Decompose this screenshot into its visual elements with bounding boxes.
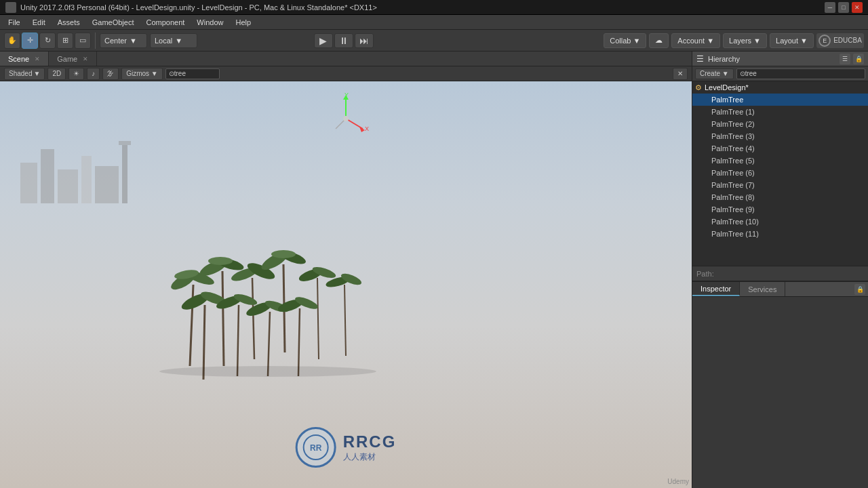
cloud-button[interactable]: ☁: [649, 33, 669, 48]
account-button[interactable]: Account ▼: [671, 33, 720, 48]
step-button[interactable]: ⏭: [355, 33, 374, 48]
svg-point-22: [208, 257, 233, 265]
hierarchy-toolbar: Create ▼: [692, 66, 868, 81]
hierarchy-icon: ☰: [696, 54, 704, 64]
svg-rect-9: [41, 149, 54, 203]
hierarchy-item-palmtree-4[interactable]: PalmTree (4): [692, 142, 868, 155]
svg-rect-11: [81, 156, 92, 203]
toolbar: ✋ ✛ ↻ ⊞ ▭ Center▼ Local▼ ▶ ⏸ ⏭ Collab ▼ …: [0, 30, 868, 52]
hierarchy-search-input[interactable]: [736, 68, 865, 79]
2d-button[interactable]: 2D: [47, 68, 66, 80]
unity-logo: [5, 2, 16, 13]
effects-button[interactable]: 🌫: [102, 68, 119, 80]
inspector-content: [692, 297, 868, 488]
svg-rect-13: [122, 142, 127, 203]
shaded-dropdown[interactable]: Shaded▼: [4, 68, 45, 80]
pivot-dropdown[interactable]: Center▼: [100, 33, 147, 48]
educba-label: EDUCBA: [833, 37, 862, 44]
hierarchy-item-palmtree-6[interactable]: PalmTree (6): [692, 167, 868, 179]
hierarchy-item-palmtree-5[interactable]: PalmTree (5): [692, 155, 868, 167]
hierarchy-item-palmtree-8[interactable]: PalmTree (8): [692, 191, 868, 203]
menu-assets[interactable]: Assets: [52, 17, 85, 28]
watermark: RR RRCG 人人素材: [296, 427, 397, 468]
svg-line-19: [222, 271, 224, 366]
hierarchy-panel: ☰ Hierarchy ☰ 🔒 Create ▼ ⚙ LevelDesign*: [692, 52, 868, 282]
menu-help[interactable]: Help: [230, 17, 256, 28]
svg-line-39: [237, 305, 239, 376]
menu-window[interactable]: Window: [191, 17, 229, 28]
educba-logo-area: E EDUCBA: [816, 33, 864, 48]
layout-button[interactable]: Layout ▼: [770, 33, 814, 48]
svg-marker-3: [359, 127, 365, 132]
inspector-lock-btn[interactable]: 🔒: [854, 284, 865, 295]
game-tab[interactable]: Game ✕: [49, 52, 97, 66]
svg-text:RR: RR: [310, 443, 322, 453]
play-controls: ▶ ⏸ ⏭: [314, 33, 374, 48]
gizmos-dropdown[interactable]: Gizmos ▼: [121, 68, 163, 80]
pause-button[interactable]: ⏸: [334, 33, 353, 48]
menu-component[interactable]: Component: [140, 17, 190, 28]
palm-trees-cluster: [149, 203, 387, 381]
svg-line-33: [344, 285, 346, 356]
menu-bar: File Edit Assets GameObject Component Wi…: [0, 15, 868, 30]
hierarchy-item-palmtree-7[interactable]: PalmTree (7): [692, 179, 868, 191]
space-dropdown[interactable]: Local▼: [150, 33, 197, 48]
close-btn[interactable]: ✕: [852, 2, 863, 13]
lighting-button[interactable]: ☀: [68, 68, 84, 80]
minimize-btn[interactable]: ─: [825, 2, 835, 13]
scale-tool[interactable]: ⊞: [57, 33, 73, 49]
hierarchy-actions: ☰ 🔒: [840, 54, 864, 64]
close-search-btn[interactable]: ✕: [673, 68, 688, 80]
scene-tab[interactable]: Scene ✕: [0, 52, 49, 66]
services-tab[interactable]: Services: [740, 282, 785, 296]
menu-gameobject[interactable]: GameObject: [87, 17, 140, 28]
rect-tool[interactable]: ▭: [75, 33, 91, 49]
hierarchy-item-palmtree-3[interactable]: PalmTree (3): [692, 130, 868, 142]
scene-search-input[interactable]: [165, 68, 220, 79]
hierarchy-lock-btn[interactable]: 🔒: [853, 54, 864, 64]
svg-line-23: [252, 278, 254, 359]
menu-file[interactable]: File: [3, 17, 26, 28]
hand-tool[interactable]: ✋: [4, 33, 20, 49]
collab-button[interactable]: Collab ▼: [604, 33, 646, 48]
svg-point-41: [233, 292, 258, 308]
svg-text:Y: Y: [344, 92, 349, 98]
watermark-text: RRCG 人人素材: [343, 432, 397, 463]
hierarchy-create-btn[interactable]: Create ▼: [695, 68, 734, 79]
main-area: Scene ✕ Game ✕ Shaded▼ 2D ☀ ♪ 🌫 Gizmos ▼: [0, 52, 868, 488]
hierarchy-menu-btn[interactable]: ☰: [840, 54, 850, 64]
maximize-btn[interactable]: □: [838, 2, 849, 13]
hierarchy-item-palmtree-2[interactable]: PalmTree (2): [692, 118, 868, 130]
inspector-panel: Inspector Services 🔒: [692, 282, 868, 488]
move-tool[interactable]: ✛: [22, 33, 38, 49]
menu-edit[interactable]: Edit: [27, 17, 51, 28]
path-bar: Path:: [692, 266, 868, 281]
play-button[interactable]: ▶: [314, 33, 333, 48]
svg-rect-10: [58, 169, 78, 203]
hierarchy-item-palmtree[interactable]: PalmTree: [692, 94, 868, 106]
svg-line-2: [346, 119, 363, 129]
hierarchy-item-palmtree-11[interactable]: PalmTree (11): [692, 228, 868, 240]
scene-gizmo: Y X: [319, 92, 373, 147]
watermark-logo: RR: [296, 427, 336, 468]
udemy-badge: Udemy: [667, 478, 689, 485]
hierarchy-item-palmtree-1[interactable]: PalmTree (1): [692, 106, 868, 118]
layers-button[interactable]: Layers ▼: [723, 33, 767, 48]
svg-point-48: [159, 366, 376, 377]
hierarchy-root-item[interactable]: ⚙ LevelDesign*: [692, 81, 868, 94]
scene-view[interactable]: Y X: [0, 81, 692, 488]
svg-point-29: [271, 250, 296, 258]
hierarchy-list[interactable]: ⚙ LevelDesign* PalmTree PalmTree (1) Pal…: [692, 81, 868, 266]
level-design-icon: ⚙: [695, 83, 702, 92]
svg-line-30: [317, 278, 319, 359]
svg-rect-8: [20, 163, 37, 203]
educba-icon: E: [818, 35, 831, 47]
hierarchy-header: ☰ Hierarchy ☰ 🔒: [692, 52, 868, 66]
hierarchy-item-palmtree-10[interactable]: PalmTree (10): [692, 216, 868, 228]
audio-button[interactable]: ♪: [87, 68, 100, 80]
inspector-tab[interactable]: Inspector: [692, 282, 740, 296]
inspector-actions: 🔒: [852, 282, 868, 296]
structures-area: [14, 136, 149, 218]
rotate-tool[interactable]: ↻: [39, 33, 56, 49]
hierarchy-item-palmtree-9[interactable]: PalmTree (9): [692, 203, 868, 216]
